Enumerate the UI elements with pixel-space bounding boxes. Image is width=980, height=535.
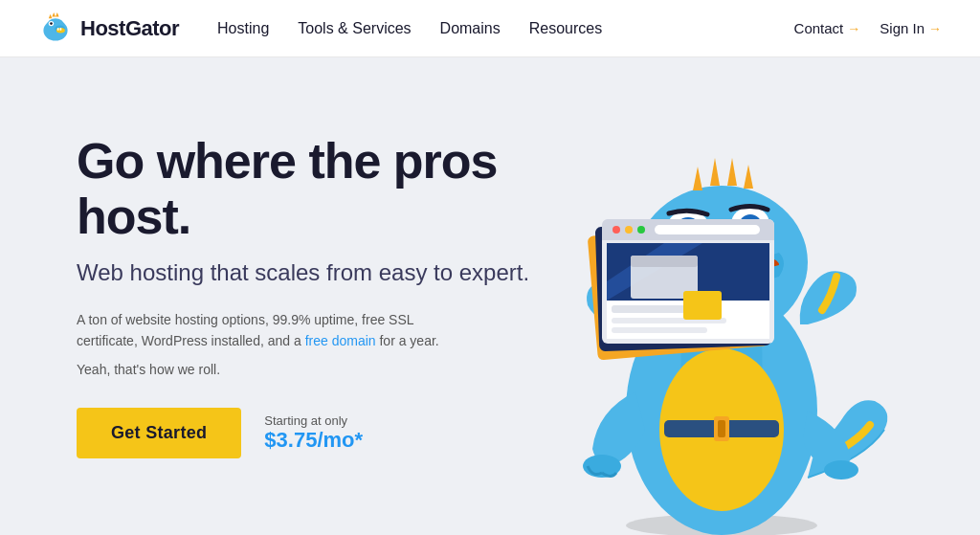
site-header: HostGator Hosting Tools & Services Domai… bbox=[0, 0, 980, 57]
get-started-button[interactable]: Get Started bbox=[77, 408, 241, 458]
svg-marker-8 bbox=[49, 13, 53, 18]
svg-point-18 bbox=[824, 460, 858, 479]
svg-marker-42 bbox=[693, 167, 702, 190]
svg-rect-58 bbox=[631, 256, 698, 267]
svg-point-53 bbox=[637, 226, 645, 234]
hero-content: Go where the pros host. Web hosting that… bbox=[77, 134, 574, 457]
svg-marker-9 bbox=[52, 11, 56, 16]
logo[interactable]: HostGator bbox=[38, 11, 179, 46]
starting-at-label: Starting at only bbox=[264, 413, 363, 428]
hero-description-text2: for a year. bbox=[376, 333, 439, 348]
nav-hosting[interactable]: Hosting bbox=[217, 20, 269, 37]
signin-arrow-icon: → bbox=[928, 21, 942, 36]
signin-label: Sign In bbox=[880, 20, 924, 36]
svg-point-52 bbox=[625, 226, 633, 234]
svg-rect-62 bbox=[683, 291, 722, 320]
svg-marker-44 bbox=[727, 158, 737, 186]
logo-icon bbox=[38, 11, 73, 46]
svg-rect-59 bbox=[612, 305, 688, 313]
cta-area: Get Started Starting at only $3.75/mo* bbox=[77, 408, 574, 458]
svg-rect-7 bbox=[60, 28, 62, 31]
logo-text: HostGator bbox=[80, 16, 179, 41]
svg-point-3 bbox=[50, 22, 53, 25]
hero-tagline: Yeah, that's how we roll. bbox=[77, 362, 574, 377]
mascot-illustration bbox=[540, 114, 903, 535]
svg-rect-54 bbox=[655, 225, 760, 234]
contact-arrow-icon: → bbox=[847, 21, 860, 36]
nav-resources[interactable]: Resources bbox=[529, 20, 602, 37]
price-display: $3.75/mo* bbox=[264, 428, 363, 453]
contact-link[interactable]: Contact → bbox=[794, 20, 861, 36]
hero-description: A ton of website hosting options, 99.9% … bbox=[77, 309, 440, 352]
free-domain-link[interactable]: free domain bbox=[305, 333, 376, 348]
header-actions: Contact → Sign In → bbox=[794, 20, 942, 36]
svg-marker-43 bbox=[710, 158, 720, 186]
nav-domains[interactable]: Domains bbox=[440, 20, 501, 37]
nav-tools-services[interactable]: Tools & Services bbox=[298, 20, 411, 37]
svg-rect-16 bbox=[718, 420, 725, 437]
contact-label: Contact bbox=[794, 20, 844, 36]
svg-marker-10 bbox=[56, 11, 59, 16]
hero-section: Go where the pros host. Web hosting that… bbox=[0, 57, 980, 535]
svg-rect-61 bbox=[612, 327, 707, 333]
hero-subtitle: Web hosting that scales from easy to exp… bbox=[77, 259, 574, 286]
svg-rect-6 bbox=[57, 28, 59, 31]
signin-link[interactable]: Sign In → bbox=[880, 20, 942, 36]
svg-marker-45 bbox=[744, 165, 753, 189]
svg-point-51 bbox=[612, 226, 620, 234]
hero-title: Go where the pros host. bbox=[77, 134, 574, 243]
mascot-area bbox=[521, 95, 923, 535]
pricing-area: Starting at only $3.75/mo* bbox=[264, 413, 363, 453]
main-nav: Hosting Tools & Services Domains Resourc… bbox=[217, 20, 794, 37]
